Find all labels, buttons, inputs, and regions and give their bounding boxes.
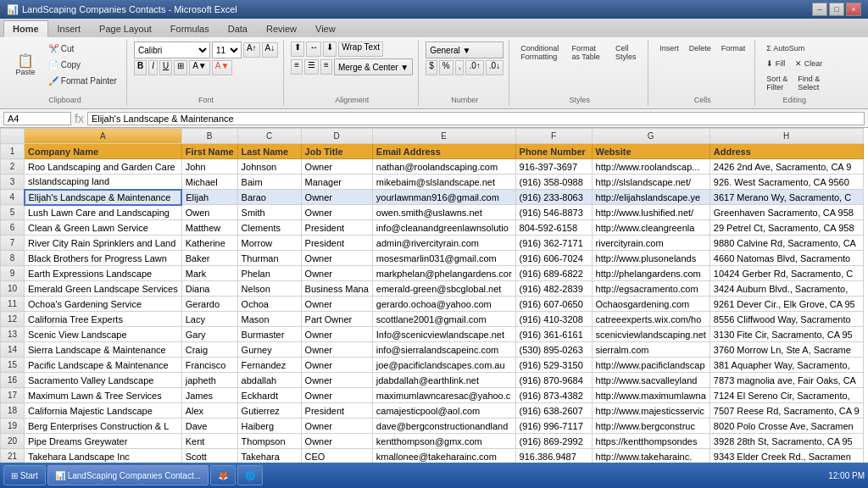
table-cell[interactable]: joe@pacificlandscapes.com.au xyxy=(372,358,515,373)
table-cell[interactable]: (916) 870-9684 xyxy=(515,373,592,388)
table-cell[interactable]: https://kentthompsondes xyxy=(592,434,709,449)
insert-cells-button[interactable]: Insert xyxy=(655,42,683,55)
table-cell[interactable]: California Tree Experts xyxy=(25,312,182,327)
cell-styles-button[interactable]: CellStyles xyxy=(609,42,643,64)
table-cell[interactable]: Diana xyxy=(181,281,237,297)
table-cell[interactable]: sierralm.com xyxy=(592,342,709,358)
conditional-formatting-button[interactable]: ConditionalFormatting xyxy=(516,42,563,64)
align-middle-button[interactable]: ↔ xyxy=(306,42,321,57)
table-cell[interactable]: slslandscaping land xyxy=(25,175,182,190)
table-cell[interactable]: scenicviewlandscaping.net xyxy=(592,327,709,342)
table-cell[interactable]: 29 Petrel Ct, Sacramento, CA 958 xyxy=(709,220,863,236)
table-row[interactable]: 14Sierra Landscape & MaintenanceCraigGur… xyxy=(1,342,864,358)
table-cell[interactable]: http://www.roolandscap... xyxy=(592,159,709,175)
table-cell[interactable]: Business Mana xyxy=(301,281,372,297)
table-cell[interactable]: http://slslandscape.net/ xyxy=(592,175,709,190)
taskbar-start[interactable]: ⊞ Start xyxy=(3,465,46,485)
table-cell[interactable]: http://www.lushified.net/ xyxy=(592,205,709,220)
copy-button[interactable]: 📄 Copy xyxy=(44,58,121,72)
table-cell[interactable]: info@sierralandscapeinc.com xyxy=(372,342,515,358)
table-cell[interactable]: mosesmarlin031@gmail.com xyxy=(372,251,515,266)
table-cell[interactable]: (916) 482-2839 xyxy=(515,281,592,297)
table-cell[interactable]: John xyxy=(181,159,237,175)
table-cell[interactable]: catreeexperts.wix.com/ho xyxy=(592,312,709,327)
fill-color-button[interactable]: A▼ xyxy=(189,60,210,75)
align-center-button[interactable]: ☰ xyxy=(304,59,319,75)
table-cell[interactable]: Matthew xyxy=(181,220,237,236)
table-cell[interactable]: http://www.sacvalleyland xyxy=(592,373,709,388)
bold-button[interactable]: B xyxy=(134,60,147,75)
table-row[interactable]: 3slslandscaping landMichaelBaimManagermi… xyxy=(1,175,864,190)
table-cell[interactable]: 4660 Natomas Blvd, Sacramento xyxy=(709,251,863,266)
tab-data[interactable]: Data xyxy=(219,20,257,37)
table-cell[interactable]: Owner xyxy=(301,342,372,358)
table-cell[interactable]: Owner xyxy=(301,358,372,373)
col-header-h[interactable]: H xyxy=(709,129,863,144)
table-row[interactable]: 19Berg Enterprises Construction & LDaveH… xyxy=(1,419,864,434)
table-row[interactable]: 16Sacramento Valley Landscapejaphethabda… xyxy=(1,373,864,388)
table-cell[interactable]: Sierra Landscape & Maintenance xyxy=(25,342,182,358)
table-cell[interactable]: Dave xyxy=(181,419,237,434)
table-cell[interactable]: Gerardo xyxy=(181,297,237,312)
table-row[interactable]: 6Clean & Green Lawn ServiceMatthewClemen… xyxy=(1,220,864,236)
col-header-a[interactable]: A xyxy=(25,129,182,144)
format-cells-button[interactable]: Format xyxy=(717,42,750,55)
table-cell[interactable]: Sacramento Valley Landscape xyxy=(25,373,182,388)
sheet-table-wrapper[interactable]: A B C D E F G H 1Company NameFirst NameL… xyxy=(0,128,868,480)
currency-button[interactable]: $ xyxy=(426,60,437,75)
table-cell[interactable]: Info@scenicviewlandscape.net xyxy=(372,327,515,342)
comma-button[interactable]: , xyxy=(455,60,465,75)
table-cell[interactable]: President xyxy=(301,220,372,236)
table-cell[interactable]: 804-592-6158 xyxy=(515,220,592,236)
cut-button[interactable]: ✂️ Cut xyxy=(44,42,121,56)
tab-formulas[interactable]: Formulas xyxy=(161,20,219,37)
table-cell[interactable]: maximumlawncaresac@yahoo.c xyxy=(372,388,515,403)
table-cell[interactable]: Lacy xyxy=(181,312,237,327)
taskbar-firefox[interactable]: 🦊 xyxy=(210,465,236,485)
table-row[interactable]: 13Scenic View LandscapeGaryBurmasterOwne… xyxy=(1,327,864,342)
table-row[interactable]: 20Pipe Dreams GreywaterKentThompsonOwner… xyxy=(1,434,864,449)
table-row[interactable]: 4Elijah's Landscape & MaintenanceElijahB… xyxy=(1,190,864,205)
sort-filter-button[interactable]: Sort &Filter xyxy=(762,72,792,94)
underline-button[interactable]: U xyxy=(159,60,172,75)
table-cell[interactable]: Francisco xyxy=(181,358,237,373)
table-cell[interactable]: 3130 Fite Cir, Sacramento, CA 95 xyxy=(709,327,863,342)
table-cell[interactable]: kmallonee@takeharainc.com xyxy=(372,449,515,464)
find-select-button[interactable]: Find &Select xyxy=(793,72,824,94)
close-button[interactable]: × xyxy=(846,3,861,16)
font-color-button[interactable]: A▼ xyxy=(212,60,233,75)
table-cell[interactable]: Mason xyxy=(237,312,301,327)
table-cell[interactable]: scottlane2001@gmail.com xyxy=(372,312,515,327)
table-row[interactable]: 15Pacific Landscape & MaintenanceFrancis… xyxy=(1,358,864,373)
table-cell[interactable]: Thompson xyxy=(237,434,301,449)
tab-insert[interactable]: Insert xyxy=(48,20,91,37)
table-cell[interactable]: 7873 magnolia ave, Fair Oaks, CA xyxy=(709,373,863,388)
table-cell[interactable]: emerald-green@sbcglobal.net xyxy=(372,281,515,297)
font-size-select[interactable]: 11 xyxy=(212,42,242,58)
table-row[interactable]: 9Earth Expressions LandscapeMarkPhelanOw… xyxy=(1,266,864,281)
align-bottom-button[interactable]: ⬇ xyxy=(323,42,337,57)
table-cell[interactable]: 3928 28th St, Sacramento, CA 95 xyxy=(709,434,863,449)
increase-decimal-button[interactable]: .0↑ xyxy=(465,60,483,75)
table-cell[interactable]: CEO xyxy=(301,449,372,464)
table-cell[interactable]: http://www.bergconstruc xyxy=(592,419,709,434)
table-cell[interactable]: Clements xyxy=(237,220,301,236)
table-cell[interactable]: http://www.pacificlandscap xyxy=(592,358,709,373)
table-cell[interactable]: rivercityrain.com xyxy=(592,236,709,251)
autosum-button[interactable]: Σ AutoSum xyxy=(762,42,809,55)
format-as-table-button[interactable]: Formatas Table xyxy=(565,42,607,64)
name-box[interactable] xyxy=(3,112,71,125)
table-cell[interactable]: 926. West Sacramento, CA 9560 xyxy=(709,175,863,190)
table-cell[interactable]: (916) 996-7117 xyxy=(515,419,592,434)
table-cell[interactable]: Nelson xyxy=(237,281,301,297)
table-cell[interactable]: Owner xyxy=(301,159,372,175)
table-cell[interactable]: Pipe Dreams Greywater xyxy=(25,434,182,449)
table-cell[interactable]: 7507 Reese Rd, Sacramento, CA 9 xyxy=(709,403,863,419)
table-cell[interactable]: owen.smith@uslawns.net xyxy=(372,205,515,220)
table-cell[interactable]: Mark xyxy=(181,266,237,281)
table-cell[interactable]: Smith xyxy=(237,205,301,220)
table-cell[interactable]: (530) 895-0263 xyxy=(515,342,592,358)
table-cell[interactable]: Ochoa's Gardening Service xyxy=(25,297,182,312)
table-cell[interactable]: 9343 Elder Creek Rd., Sacramen xyxy=(709,449,863,464)
table-cell[interactable]: Phelan xyxy=(237,266,301,281)
